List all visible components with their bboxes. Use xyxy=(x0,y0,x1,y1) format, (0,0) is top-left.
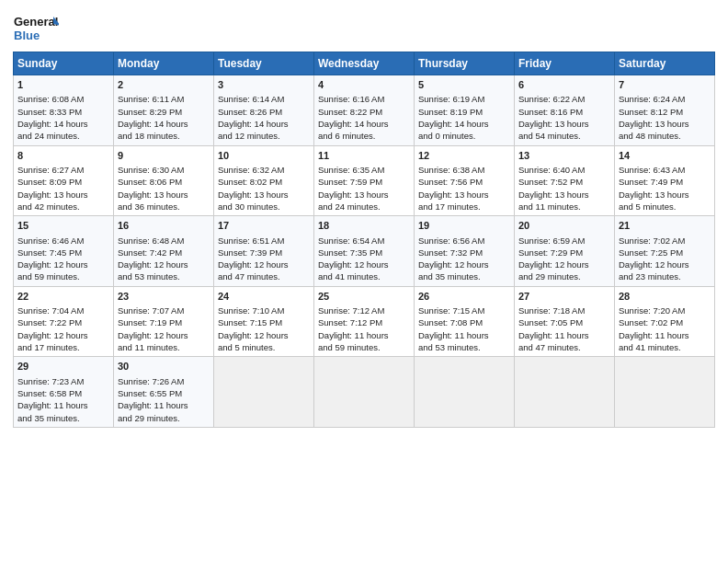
day-number: 14 xyxy=(619,149,711,163)
day-info-line: Daylight: 13 hours xyxy=(619,118,711,130)
day-info-line: Daylight: 13 hours xyxy=(318,189,410,201)
day-info-line: Sunrise: 7:02 AM xyxy=(619,235,711,247)
day-info-line: and 35 minutes. xyxy=(17,412,109,424)
day-info-line: Sunset: 7:12 PM xyxy=(318,316,410,328)
day-number: 20 xyxy=(518,219,610,233)
day-number: 5 xyxy=(418,78,510,92)
day-number: 10 xyxy=(218,149,310,163)
day-number: 24 xyxy=(218,290,310,304)
day-info-line: and 18 minutes. xyxy=(118,130,210,142)
cell-2-2: 9Sunrise: 6:30 AMSunset: 8:06 PMDaylight… xyxy=(114,145,214,216)
day-info-line: Sunset: 7:59 PM xyxy=(318,176,410,188)
day-info-line: Sunrise: 6:22 AM xyxy=(518,93,610,105)
day-number: 30 xyxy=(118,360,210,373)
cell-1-2: 2Sunrise: 6:11 AMSunset: 8:29 PMDaylight… xyxy=(114,75,214,146)
day-info-line: Sunset: 7:52 PM xyxy=(518,176,610,188)
day-info-line: Sunrise: 6:43 AM xyxy=(619,164,711,176)
day-number: 27 xyxy=(518,290,610,304)
cell-5-6 xyxy=(515,357,615,428)
day-info-line: Sunrise: 7:20 AM xyxy=(619,304,711,316)
day-info-line: Sunrise: 6:56 AM xyxy=(418,235,510,247)
cell-4-2: 23Sunrise: 7:07 AMSunset: 7:19 PMDayligh… xyxy=(114,286,214,357)
logo: General Blue xyxy=(13,13,59,46)
day-number: 6 xyxy=(518,78,610,92)
day-info-line: Sunset: 8:06 PM xyxy=(118,176,210,188)
day-info-line: Sunset: 6:58 PM xyxy=(17,387,109,399)
day-info-line: Daylight: 13 hours xyxy=(218,189,310,201)
day-info-line: and 11 minutes. xyxy=(518,201,610,213)
day-info-line: and 17 minutes. xyxy=(418,201,510,213)
cell-5-7 xyxy=(615,357,715,428)
cell-2-3: 10Sunrise: 6:32 AMSunset: 8:02 PMDayligh… xyxy=(214,145,314,216)
day-info-line: Sunset: 6:55 PM xyxy=(118,387,210,399)
day-info-line: Sunset: 7:56 PM xyxy=(418,176,510,188)
day-info-line: Sunrise: 6:59 AM xyxy=(518,235,610,247)
day-info-line: Sunset: 7:15 PM xyxy=(218,316,310,328)
cell-3-1: 15Sunrise: 6:46 AMSunset: 7:45 PMDayligh… xyxy=(14,216,114,287)
day-info-line: and 30 minutes. xyxy=(218,201,310,213)
day-number: 26 xyxy=(418,290,510,304)
day-info-line: Sunrise: 7:04 AM xyxy=(17,304,109,316)
day-info-line: Sunset: 8:22 PM xyxy=(318,106,410,118)
cell-5-4 xyxy=(314,357,415,428)
day-info-line: Daylight: 13 hours xyxy=(619,189,711,201)
day-info-line: Daylight: 14 hours xyxy=(418,118,510,130)
logo-svg: General Blue xyxy=(13,13,59,46)
day-info-line: Sunset: 7:39 PM xyxy=(218,247,310,259)
day-info-line: Sunrise: 6:27 AM xyxy=(17,164,109,176)
day-info-line: and 47 minutes. xyxy=(218,270,310,282)
day-info-line: Sunset: 7:42 PM xyxy=(118,247,210,259)
cell-4-4: 25Sunrise: 7:12 AMSunset: 7:12 PMDayligh… xyxy=(314,286,415,357)
week-row-2: 8Sunrise: 6:27 AMSunset: 8:09 PMDaylight… xyxy=(14,145,715,216)
cell-2-5: 12Sunrise: 6:38 AMSunset: 7:56 PMDayligh… xyxy=(415,145,515,216)
day-info-line: Sunrise: 6:11 AM xyxy=(118,93,210,105)
header-cell-sunday: Sunday xyxy=(14,52,114,75)
day-info-line: and 5 minutes. xyxy=(619,201,711,213)
cell-5-3 xyxy=(214,357,314,428)
day-info-line: Sunrise: 6:30 AM xyxy=(118,164,210,176)
cell-3-6: 20Sunrise: 6:59 AMSunset: 7:29 PMDayligh… xyxy=(515,216,615,287)
day-info-line: Sunset: 7:25 PM xyxy=(619,247,711,259)
day-info-line: Sunrise: 6:14 AM xyxy=(218,93,310,105)
header-row: SundayMondayTuesdayWednesdayThursdayFrid… xyxy=(14,52,715,75)
day-number: 2 xyxy=(118,78,210,92)
cell-1-1: 1Sunrise: 6:08 AMSunset: 8:33 PMDaylight… xyxy=(14,75,114,146)
day-number: 1 xyxy=(17,78,109,92)
day-info-line: Sunset: 7:32 PM xyxy=(418,247,510,259)
day-info-line: Sunset: 8:33 PM xyxy=(17,106,109,118)
cell-2-4: 11Sunrise: 6:35 AMSunset: 7:59 PMDayligh… xyxy=(314,145,415,216)
header-cell-wednesday: Wednesday xyxy=(314,52,415,75)
cell-4-1: 22Sunrise: 7:04 AMSunset: 7:22 PMDayligh… xyxy=(14,286,114,357)
day-info-line: Sunrise: 7:23 AM xyxy=(17,375,109,387)
day-number: 8 xyxy=(17,149,109,163)
day-number: 17 xyxy=(218,219,310,233)
header-cell-friday: Friday xyxy=(515,52,615,75)
day-number: 3 xyxy=(218,78,310,92)
day-info-line: and 17 minutes. xyxy=(17,341,109,353)
day-info-line: Sunset: 8:19 PM xyxy=(418,106,510,118)
day-info-line: and 41 minutes. xyxy=(619,341,711,353)
week-row-5: 29Sunrise: 7:23 AMSunset: 6:58 PMDayligh… xyxy=(14,357,715,428)
day-info-line: Sunrise: 7:18 AM xyxy=(518,304,610,316)
day-info-line: Sunrise: 6:54 AM xyxy=(318,235,410,247)
day-number: 7 xyxy=(619,78,711,92)
day-info-line: Sunrise: 6:46 AM xyxy=(17,235,109,247)
day-info-line: and 54 minutes. xyxy=(518,130,610,142)
day-info-line: and 0 minutes. xyxy=(418,130,510,142)
day-info-line: Sunrise: 7:26 AM xyxy=(118,375,210,387)
day-info-line: and 29 minutes. xyxy=(118,412,210,424)
day-info-line: Sunset: 7:05 PM xyxy=(518,316,610,328)
cell-4-3: 24Sunrise: 7:10 AMSunset: 7:15 PMDayligh… xyxy=(214,286,314,357)
svg-text:Blue: Blue xyxy=(14,29,40,42)
day-info-line: and 24 minutes. xyxy=(17,130,109,142)
day-info-line: Daylight: 12 hours xyxy=(619,259,711,270)
week-row-1: 1Sunrise: 6:08 AMSunset: 8:33 PMDaylight… xyxy=(14,75,715,146)
day-info-line: and 12 minutes. xyxy=(218,130,310,142)
day-info-line: Daylight: 12 hours xyxy=(518,259,610,270)
day-info-line: Daylight: 12 hours xyxy=(17,329,109,341)
day-info-line: Sunset: 8:12 PM xyxy=(619,106,711,118)
header: General Blue xyxy=(13,9,715,46)
day-number: 13 xyxy=(518,149,610,163)
day-info-line: and 59 minutes. xyxy=(17,270,109,282)
day-info-line: Sunset: 8:02 PM xyxy=(218,176,310,188)
